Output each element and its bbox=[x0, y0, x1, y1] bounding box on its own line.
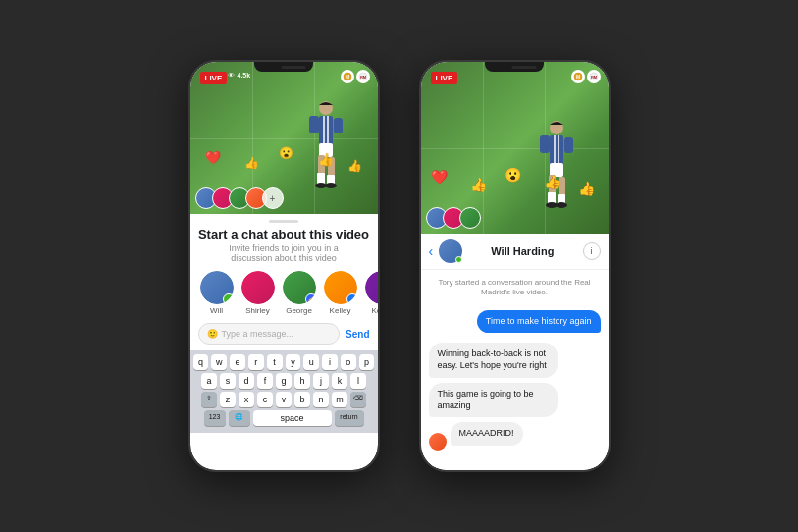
friend-name-shirley: Shirley bbox=[245, 306, 269, 315]
team-logos-left: M RM bbox=[341, 70, 370, 83]
video-section-right: LIVE M RM bbox=[421, 62, 609, 234]
key-u[interactable]: u bbox=[303, 354, 319, 370]
sent-message-1: Time to make history again bbox=[429, 310, 601, 339]
messenger-header: ‹ Will Harding i bbox=[421, 234, 609, 270]
key-y[interactable]: y bbox=[286, 354, 301, 370]
key-a[interactable]: a bbox=[201, 373, 217, 389]
live-badge-right: LIVE bbox=[431, 72, 458, 84]
friend-check-kelley: ✓ bbox=[346, 293, 357, 304]
chat-body: Tory started a conversation around the R… bbox=[421, 270, 609, 470]
info-button[interactable]: i bbox=[583, 242, 601, 260]
svg-rect-26 bbox=[564, 137, 573, 153]
add-friend-button-left[interactable]: + bbox=[262, 187, 284, 209]
key-e[interactable]: e bbox=[230, 354, 245, 370]
svg-text:RM: RM bbox=[359, 75, 366, 80]
svg-text:RM: RM bbox=[590, 75, 597, 80]
team-logo-1: M bbox=[341, 70, 354, 83]
key-v[interactable]: v bbox=[276, 392, 292, 407]
video-stats-left: 👁 4.5k bbox=[228, 72, 251, 79]
key-s[interactable]: s bbox=[220, 373, 236, 389]
friend-name-kelley: Kelley bbox=[330, 306, 351, 315]
left-phone-screen: LIVE 👁 4.5k M bbox=[190, 62, 378, 470]
key-q[interactable]: q bbox=[193, 354, 209, 370]
message-input-field[interactable]: 🙂 Type a message... bbox=[198, 323, 341, 345]
sheet-title: Start a chat about this video bbox=[190, 227, 378, 241]
friend-item-kevin[interactable]: ⚡ Kevin bbox=[365, 271, 378, 315]
key-b[interactable]: b bbox=[294, 392, 310, 407]
svg-point-33 bbox=[556, 202, 567, 208]
friend-avatar-will: ✓ bbox=[200, 271, 234, 304]
team-logo-r1: M bbox=[571, 70, 585, 83]
contact-avatar bbox=[439, 239, 462, 263]
key-i[interactable]: i bbox=[322, 354, 338, 370]
friend-item-will[interactable]: ✓ Will bbox=[200, 271, 234, 315]
svg-text:M: M bbox=[575, 74, 579, 80]
team-logo-r2: RM bbox=[587, 70, 601, 83]
sheet-subtitle: Invite friends to join you in a discussi… bbox=[190, 243, 378, 263]
right-phone: LIVE M RM bbox=[419, 60, 611, 472]
friend-item-kelley[interactable]: ✓ Kelley bbox=[324, 271, 357, 315]
key-return[interactable]: return bbox=[335, 410, 364, 426]
key-m[interactable]: m bbox=[332, 392, 347, 407]
key-d[interactable]: d bbox=[239, 373, 254, 389]
friend-avatar-kelley: ✓ bbox=[324, 271, 357, 304]
input-placeholder: Type a message... bbox=[222, 329, 294, 339]
live-badge-left: LIVE bbox=[200, 72, 228, 84]
friend-item-george[interactable]: ⚡ George bbox=[283, 271, 316, 315]
keyboard-row-2: a s d f g h j k l bbox=[193, 373, 375, 389]
friend-avatar-kevin: ⚡ bbox=[365, 271, 378, 304]
key-f[interactable]: f bbox=[257, 373, 273, 389]
mini-avatar-r3 bbox=[459, 207, 481, 229]
left-phone: LIVE 👁 4.5k M bbox=[188, 60, 380, 472]
key-w[interactable]: w bbox=[211, 354, 227, 370]
team-logos-right: M RM bbox=[571, 70, 601, 83]
avatars-row-left: + bbox=[195, 187, 279, 209]
svg-text:M: M bbox=[345, 74, 348, 80]
key-h[interactable]: h bbox=[294, 373, 310, 389]
friend-check-george: ⚡ bbox=[305, 293, 316, 304]
key-c[interactable]: c bbox=[257, 392, 273, 407]
key-r[interactable]: r bbox=[248, 354, 264, 370]
key-o[interactable]: o bbox=[341, 354, 356, 370]
bubble-received-1: Winning back-to-back is not easy. Let's … bbox=[429, 343, 558, 377]
back-button[interactable]: ‹ bbox=[429, 243, 434, 259]
received-message-1: Winning back-to-back is not easy. Let's … bbox=[429, 343, 601, 377]
avatars-row-right bbox=[426, 207, 476, 229]
contact-name: Will Harding bbox=[468, 245, 576, 257]
key-123[interactable]: 123 bbox=[204, 410, 226, 426]
key-g[interactable]: g bbox=[276, 373, 292, 389]
key-emoji[interactable]: 🌐 bbox=[229, 410, 250, 426]
key-l[interactable]: l bbox=[350, 373, 366, 389]
online-indicator bbox=[455, 256, 462, 263]
key-space[interactable]: space bbox=[253, 410, 332, 426]
system-message: Tory started a conversation around the R… bbox=[429, 278, 601, 298]
msg-avatar-user bbox=[429, 433, 447, 451]
keyboard-row-4: 123 🌐 space return bbox=[193, 410, 375, 426]
friend-name-george: George bbox=[286, 306, 312, 315]
svg-rect-5 bbox=[319, 116, 333, 145]
svg-rect-25 bbox=[540, 135, 550, 153]
key-j[interactable]: j bbox=[313, 373, 329, 389]
key-x[interactable]: x bbox=[239, 392, 254, 407]
friend-item-shirley[interactable]: Shirley bbox=[241, 271, 275, 315]
friends-scroll: ✓ Will Shirley ⚡ bbox=[190, 271, 378, 323]
friend-avatar-shirley bbox=[241, 271, 275, 304]
svg-rect-22 bbox=[550, 135, 563, 165]
key-backspace[interactable]: ⌫ bbox=[350, 392, 366, 407]
bubble-received-3: MAAAADRID! bbox=[451, 422, 523, 446]
eye-icon-left: 👁 bbox=[228, 72, 235, 79]
bottom-sheet: Start a chat about this video Invite fri… bbox=[190, 220, 378, 433]
svg-point-16 bbox=[325, 183, 337, 188]
key-t[interactable]: t bbox=[267, 354, 283, 370]
svg-rect-9 bbox=[334, 118, 343, 133]
key-k[interactable]: k bbox=[332, 373, 347, 389]
send-button[interactable]: Send bbox=[346, 329, 369, 340]
smiley-icon: 🙂 bbox=[207, 329, 218, 339]
sheet-handle bbox=[269, 220, 298, 223]
key-shift[interactable]: ⇧ bbox=[201, 392, 217, 407]
key-z[interactable]: z bbox=[220, 392, 236, 407]
friend-name-will: Will bbox=[210, 306, 223, 315]
key-n[interactable]: n bbox=[313, 392, 329, 407]
friend-avatar-george: ⚡ bbox=[283, 271, 316, 304]
key-p[interactable]: p bbox=[359, 354, 375, 370]
